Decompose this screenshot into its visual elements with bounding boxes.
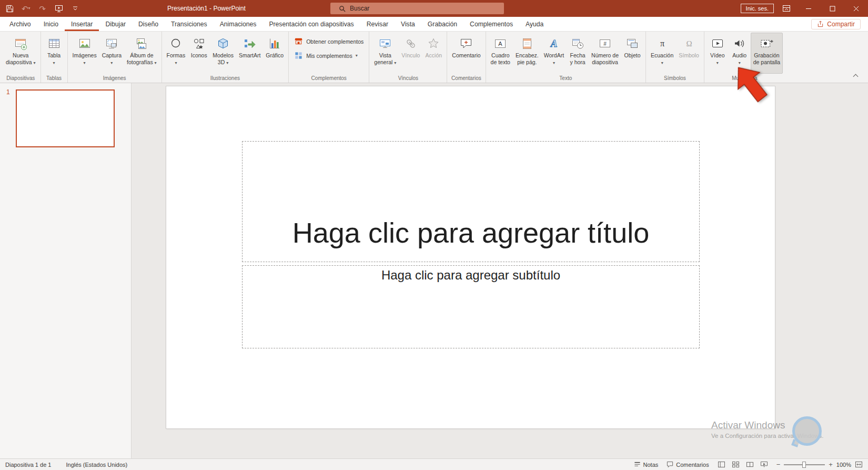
tab-animaciones[interactable]: Animaciones bbox=[214, 17, 263, 31]
tab-vista[interactable]: Vista bbox=[395, 17, 421, 31]
photo-album-button[interactable]: Álbum defotografías ▾ bbox=[124, 33, 159, 74]
chart-button[interactable]: Gráfico bbox=[263, 33, 286, 74]
date-time-button[interactable]: Fechay hora bbox=[567, 33, 589, 74]
reading-view-icon[interactable] bbox=[746, 461, 754, 468]
collapse-ribbon-icon[interactable] bbox=[851, 73, 860, 80]
photo-album-icon bbox=[135, 35, 148, 52]
group-label: Vínculos bbox=[371, 74, 445, 83]
save-icon[interactable] bbox=[5, 3, 14, 14]
text-box-button[interactable]: A Cuadrode texto bbox=[488, 33, 513, 74]
label: Objeto bbox=[624, 52, 641, 59]
ribbon-tabs: Archivo Inicio Insertar Dibujar Diseño T… bbox=[0, 17, 550, 31]
table-button[interactable]: Tabla▾ bbox=[43, 33, 65, 74]
comments-toggle[interactable]: Comentarios bbox=[667, 461, 709, 468]
normal-view-icon[interactable] bbox=[718, 461, 725, 468]
language-indicator[interactable]: Inglés (Estados Unidos) bbox=[66, 462, 127, 468]
action-star-icon bbox=[427, 35, 440, 52]
slide-canvas[interactable]: Haga clic para agregar título Haga clic … bbox=[166, 86, 775, 428]
tab-grabacion[interactable]: Grabación bbox=[421, 17, 463, 31]
wordart-button[interactable]: A WordArt▾ bbox=[541, 33, 567, 74]
tab-archivo[interactable]: Archivo bbox=[3, 17, 37, 31]
tab-revisar[interactable]: Revisar bbox=[360, 17, 395, 31]
label: Vistageneral ▾ bbox=[374, 52, 396, 66]
tab-diseno[interactable]: Diseño bbox=[132, 17, 165, 31]
tab-dibujar[interactable]: Dibujar bbox=[99, 17, 132, 31]
notes-toggle[interactable]: Notas bbox=[634, 461, 659, 468]
video-icon bbox=[711, 35, 724, 52]
3d-models-button[interactable]: Modelos3D ▾ bbox=[210, 33, 236, 74]
link-button[interactable]: Vínculo bbox=[399, 33, 422, 74]
slide-number-button[interactable]: # Número dediapositiva bbox=[589, 33, 621, 74]
zoom-overview-icon bbox=[378, 35, 392, 52]
icons-button[interactable]: Iconos bbox=[188, 33, 210, 74]
label: Símbolo bbox=[679, 52, 699, 59]
images-button[interactable]: Imágenes▾ bbox=[70, 33, 99, 74]
slide-thumbnail-panel: 1 bbox=[0, 83, 132, 458]
slideshow-view-icon[interactable] bbox=[760, 461, 768, 468]
label: Vídeo▾ bbox=[710, 52, 724, 66]
tab-insertar[interactable]: Insertar bbox=[65, 17, 99, 31]
chevron-down-icon: ▾ bbox=[553, 61, 555, 65]
slide-thumbnail[interactable] bbox=[16, 89, 115, 147]
redo-icon[interactable]: ↷ bbox=[38, 3, 47, 14]
chevron-down-icon: ▾ bbox=[661, 61, 663, 65]
label: Formas▾ bbox=[167, 52, 186, 66]
equation-button[interactable]: π Ecuación▾ bbox=[648, 33, 676, 74]
audio-icon bbox=[733, 35, 746, 52]
group-label: Ilustraciones bbox=[164, 74, 287, 83]
action-button[interactable]: Acción bbox=[422, 33, 445, 74]
chevron-down-icon: ▾ bbox=[110, 61, 113, 65]
zoom-level[interactable]: 100% bbox=[836, 462, 851, 468]
label: SmartArt bbox=[239, 52, 260, 59]
new-slide-button[interactable]: Nuevadiapositiva ▾ bbox=[3, 33, 38, 74]
video-button[interactable]: Vídeo▾ bbox=[706, 33, 729, 74]
zoom-slider[interactable] bbox=[784, 464, 825, 465]
shapes-button[interactable]: Formas▾ bbox=[164, 33, 188, 74]
group-label: Complementos bbox=[291, 74, 367, 83]
smartart-button[interactable]: SmartArt bbox=[236, 33, 263, 74]
customize-qat-icon[interactable] bbox=[71, 3, 79, 14]
chevron-down-icon: ▾ bbox=[53, 61, 55, 65]
icons-icon bbox=[192, 35, 206, 52]
tab-inicio[interactable]: Inicio bbox=[37, 17, 65, 31]
screen-recording-icon bbox=[760, 35, 773, 52]
group-vinculos: Vistageneral ▾ Vínculo Acción Vínculos bbox=[369, 32, 447, 83]
header-footer-button[interactable]: Encabez.pie pág. bbox=[513, 33, 541, 74]
tab-ayuda[interactable]: Ayuda bbox=[519, 17, 550, 31]
tab-presentacion[interactable]: Presentación con diapositivas bbox=[263, 17, 360, 31]
sign-in-button[interactable]: Inic. ses. bbox=[741, 4, 774, 13]
title-placeholder[interactable]: Haga clic para agregar título bbox=[242, 141, 700, 262]
ribbon-display-options-icon[interactable] bbox=[782, 4, 791, 13]
equation-icon: π bbox=[655, 35, 669, 52]
maximize-button[interactable] bbox=[821, 0, 844, 17]
get-addins-button[interactable]: Obtener complementos bbox=[294, 37, 364, 46]
comment-button[interactable]: Comentario bbox=[449, 33, 483, 74]
zoom-out-icon[interactable]: − bbox=[776, 461, 781, 468]
zoom-slider-handle[interactable] bbox=[802, 462, 806, 468]
subtitle-placeholder[interactable]: Haga clic para agregar subtítulo bbox=[242, 265, 700, 348]
slide-sorter-view-icon[interactable] bbox=[732, 461, 740, 468]
tab-transiciones[interactable]: Transiciones bbox=[165, 17, 214, 31]
search-placeholder: Buscar bbox=[350, 5, 369, 12]
share-button[interactable]: Compartir bbox=[811, 19, 861, 29]
group-texto: A Cuadrode texto Encabez.pie pág. A Word… bbox=[486, 32, 646, 83]
slide-thumbnail-number: 1 bbox=[6, 88, 10, 96]
symbol-button[interactable]: Ω Símbolo bbox=[676, 33, 702, 74]
my-addins-button[interactable]: Mis complementos ▾ bbox=[294, 51, 364, 60]
object-button[interactable]: Objeto bbox=[621, 33, 643, 74]
search-box[interactable]: Buscar bbox=[330, 3, 504, 14]
minimize-button[interactable] bbox=[797, 0, 821, 17]
fit-to-window-icon[interactable] bbox=[855, 461, 863, 468]
group-tablas: Tabla▾ Tablas bbox=[41, 32, 68, 83]
label: Grabaciónde pantalla bbox=[753, 52, 780, 66]
zoom-overview-button[interactable]: Vistageneral ▾ bbox=[371, 33, 399, 74]
chevron-down-icon: ▾ bbox=[356, 53, 358, 58]
link-icon bbox=[404, 35, 418, 52]
undo-icon[interactable]: ↶▾ bbox=[22, 3, 31, 14]
close-button[interactable] bbox=[844, 0, 868, 17]
present-from-start-icon[interactable] bbox=[55, 3, 63, 14]
zoom-in-icon[interactable]: + bbox=[829, 461, 833, 468]
screenshot-button[interactable]: Captura▾ bbox=[99, 33, 124, 74]
label: Imágenes▾ bbox=[73, 52, 97, 66]
tab-complementos[interactable]: Complementos bbox=[463, 17, 519, 31]
